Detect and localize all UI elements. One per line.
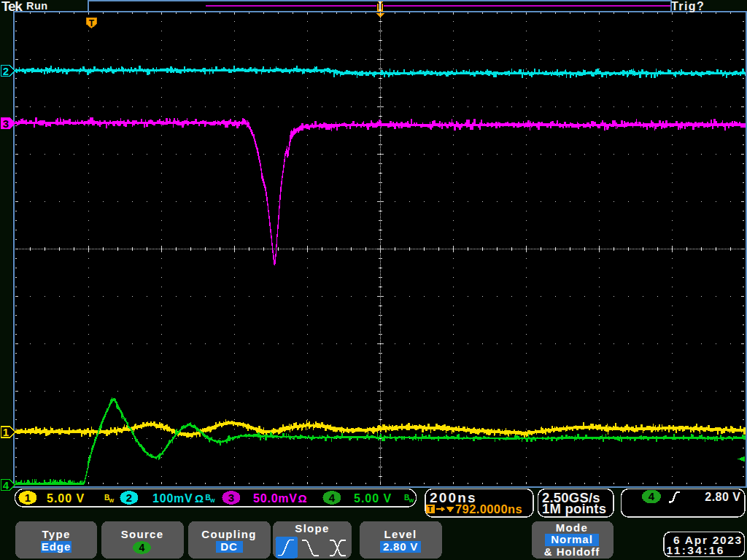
svg-text:2.80 V: 2.80 V — [383, 540, 418, 553]
svg-text:W: W — [210, 498, 215, 503]
svg-text:1: 1 — [25, 491, 31, 504]
svg-text:W: W — [409, 498, 414, 503]
svg-text:4: 4 — [329, 491, 336, 504]
svg-text:4: 4 — [649, 490, 655, 502]
svg-text:1M points: 1M points — [542, 501, 606, 516]
svg-text:5.00 V: 5.00 V — [354, 492, 392, 505]
svg-text:Type: Type — [42, 528, 70, 540]
svg-text:Mode: Mode — [556, 521, 588, 534]
svg-text:Normal: Normal — [551, 533, 593, 545]
svg-text:& Holdoff: & Holdoff — [544, 545, 600, 558]
svg-text:Slope: Slope — [295, 522, 329, 534]
svg-text:11:34:16: 11:34:16 — [667, 544, 725, 556]
svg-text:4: 4 — [3, 479, 9, 491]
svg-text:Coupling: Coupling — [201, 528, 256, 540]
svg-text:2: 2 — [126, 491, 132, 504]
svg-text:Trig?: Trig? — [671, 0, 705, 12]
svg-text:100mV: 100mV — [152, 492, 193, 505]
svg-text:Tek: Tek — [1, 0, 23, 14]
svg-text:Ω: Ω — [298, 492, 307, 505]
svg-text:Run: Run — [26, 0, 48, 12]
svg-text:T: T — [427, 505, 433, 513]
svg-text:50.0mV: 50.0mV — [253, 492, 298, 505]
svg-text:Source: Source — [121, 528, 164, 540]
svg-text:2: 2 — [3, 65, 9, 77]
svg-text:Ω: Ω — [195, 492, 204, 505]
svg-text:792.0000ns: 792.0000ns — [455, 502, 522, 516]
svg-text:5.00 V: 5.00 V — [47, 492, 85, 505]
svg-text:3: 3 — [3, 117, 9, 130]
svg-text:DC: DC — [220, 540, 238, 553]
svg-text:W: W — [109, 498, 115, 503]
svg-text:4: 4 — [139, 542, 145, 553]
svg-text:Level: Level — [384, 528, 417, 540]
svg-text:3: 3 — [228, 491, 234, 504]
svg-text:2.80 V: 2.80 V — [705, 491, 740, 503]
svg-text:1: 1 — [3, 426, 9, 438]
svg-text:T: T — [89, 18, 95, 28]
svg-text:Edge: Edge — [42, 540, 71, 553]
